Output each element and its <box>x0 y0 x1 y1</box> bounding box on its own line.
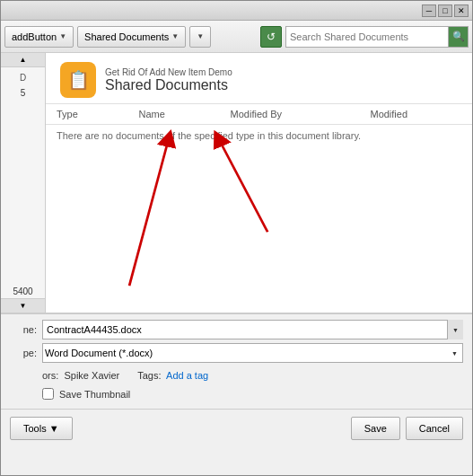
sidebar-scroll-down[interactable]: ▼ <box>1 298 45 313</box>
tools-label: Tools <box>23 423 47 434</box>
tools-button[interactable]: Tools ▼ <box>10 417 73 440</box>
col-header-type: Type <box>46 104 128 125</box>
save-thumbnail-label: Save Thumbnail <box>59 389 130 400</box>
col-header-modified: Modified <box>359 104 472 125</box>
empty-message: There are no documents of the specified … <box>46 125 472 147</box>
cancel-button[interactable]: Cancel <box>406 417 463 440</box>
document-pane: 📋 Get Rid Of Add New Item Demo Shared Do… <box>46 53 472 313</box>
breadcrumb-button[interactable]: Shared Documents ▼ <box>77 26 186 48</box>
add-button-label: addButton <box>12 31 57 42</box>
form-type-row: pe: Word Document (*.docx) <box>10 343 463 363</box>
toolbar: addButton ▼ Shared Documents ▼ ▼ ↺ 🔍 <box>1 21 472 53</box>
save-button[interactable]: Save <box>351 417 400 440</box>
doc-table: Type Name Modified By Modified There are… <box>46 104 472 313</box>
doc-icon-symbol: 📋 <box>67 69 90 91</box>
nav-refresh-button[interactable]: ↺ <box>260 26 282 48</box>
nav-refresh-icon: ↺ <box>267 31 276 43</box>
search-box: 🔍 <box>285 26 469 48</box>
form-name-row: ne: ▼ <box>10 320 463 339</box>
col-header-modified-by: Modified By <box>220 104 360 125</box>
name-input[interactable] <box>42 320 447 339</box>
tags-value[interactable]: Add a tag <box>166 370 208 381</box>
maximize-button[interactable]: □ <box>438 4 452 17</box>
col-header-name: Name <box>128 104 220 125</box>
tags-label-text: Tags: <box>137 370 161 381</box>
doc-title: Shared Documents <box>105 77 232 93</box>
tools-arrow: ▼ <box>49 423 59 434</box>
close-button[interactable]: ✕ <box>454 4 469 17</box>
doc-header-text: Get Rid Of Add New Item Demo Shared Docu… <box>105 67 232 93</box>
footer: Tools ▼ Save Cancel <box>1 409 472 447</box>
path-dropdown-arrow: ▼ <box>197 32 204 40</box>
breadcrumb-label: Shared Documents <box>84 31 169 42</box>
minimize-button[interactable]: ─ <box>422 4 436 17</box>
title-bar: ─ □ ✕ <box>1 1 472 21</box>
type-select-wrapper: Word Document (*.docx) <box>42 343 463 363</box>
doc-header: 📋 Get Rid Of Add New Item Demo Shared Do… <box>46 53 472 104</box>
type-select[interactable]: Word Document (*.docx) <box>42 343 463 363</box>
checkbox-row: Save Thumbnail <box>42 384 463 403</box>
add-button[interactable]: addButton ▼ <box>4 26 74 48</box>
author-label: ors: Spike Xavier <box>42 370 119 381</box>
meta-row: ors: Spike Xavier Tags: Add a tag <box>42 366 463 384</box>
sidebar-num-5: 5 <box>19 86 28 100</box>
path-dropdown[interactable]: ▼ <box>189 26 211 48</box>
author-value: Spike Xavier <box>64 370 119 381</box>
table-empty-row: There are no documents of the specified … <box>46 125 472 147</box>
sidebar: ▲ D 5 5400 ▼ <box>1 53 46 313</box>
name-dropdown-button[interactable]: ▼ <box>447 320 463 339</box>
add-button-arrow: ▼ <box>59 32 66 40</box>
name-input-wrapper: ▼ <box>42 320 463 339</box>
search-icon: 🔍 <box>452 31 465 42</box>
search-input[interactable] <box>286 27 448 47</box>
type-label: pe: <box>10 348 37 358</box>
main-area: ▲ D 5 5400 ▼ 📋 Get Rid Of Add New Item D… <box>1 53 472 313</box>
dialog-window: ─ □ ✕ addButton ▼ Shared Documents ▼ ▼ ↺… <box>0 0 473 476</box>
sidebar-content: D 5 <box>1 67 45 285</box>
sidebar-scroll-up[interactable]: ▲ <box>1 53 45 67</box>
tools-button-group: Tools ▼ <box>10 417 73 440</box>
form-area: ne: ▼ pe: Word Document (*.docx) ors: Sp… <box>1 313 472 409</box>
name-label: ne: <box>10 324 37 335</box>
doc-subtitle: Get Rid Of Add New Item Demo <box>105 67 232 77</box>
doc-icon: 📋 <box>60 62 96 98</box>
tags-label: Tags: Add a tag <box>137 370 208 381</box>
search-button[interactable]: 🔍 <box>448 27 468 47</box>
sidebar-num-5400: 5400 <box>1 285 45 298</box>
save-label: Save <box>364 423 387 434</box>
cancel-label: Cancel <box>419 423 450 434</box>
save-thumbnail-checkbox[interactable] <box>42 388 54 400</box>
author-label-text: ors: <box>42 370 58 381</box>
breadcrumb-arrow: ▼ <box>171 32 179 40</box>
sidebar-item-d[interactable]: D <box>3 71 43 84</box>
